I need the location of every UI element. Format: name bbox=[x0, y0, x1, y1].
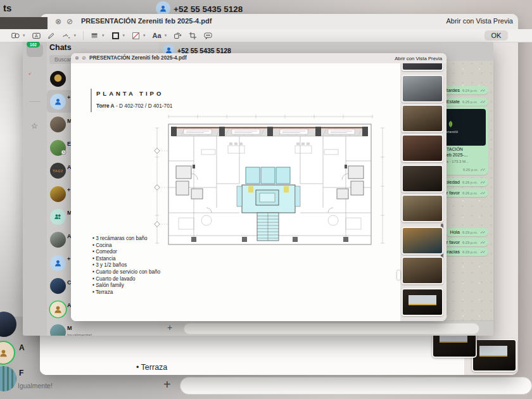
message-bubble[interactable]: l Estate6:25 p.m.✓✓ bbox=[440, 98, 488, 106]
markup-titlebar: ⊗ ⊘ PRESENTACIÓN Zereniti feb 2025-4.pdf… bbox=[48, 14, 518, 29]
line-weight-icon bbox=[91, 32, 99, 40]
chevron-down-icon: ▾ bbox=[123, 33, 125, 38]
page-thumbnail[interactable] bbox=[402, 165, 443, 193]
amenity-bullet: • Estancia bbox=[92, 256, 160, 263]
chevron-down-icon: ▾ bbox=[102, 33, 104, 38]
message-bubble[interactable]: r favor6:29 p.m.✓✓ bbox=[443, 238, 488, 246]
thumbnail-sidebar bbox=[400, 63, 446, 321]
pdf-page: PLANTA TIPO Torre A - D 402-702 / D 401-… bbox=[71, 63, 400, 321]
chat-name[interactable]: F bbox=[19, 369, 23, 377]
star-icon[interactable]: ☆ bbox=[31, 122, 38, 130]
page-thumbnail[interactable] bbox=[402, 104, 443, 132]
person-icon bbox=[54, 259, 62, 267]
open-with-preview-button[interactable]: Abrir con Vista Previa bbox=[446, 17, 513, 25]
pdf-bullet-terraza: • Terraza bbox=[136, 363, 167, 372]
page-thumbnail[interactable] bbox=[402, 288, 443, 316]
message-text: r favor bbox=[446, 239, 460, 245]
avatar bbox=[50, 186, 66, 202]
back-chats-title: ts bbox=[3, 3, 11, 13]
amenity-bullet: • Comedor bbox=[92, 249, 160, 256]
message-time: 6:29 p.m. bbox=[462, 241, 478, 244]
read-receipt-icon: ✓✓ bbox=[480, 180, 484, 185]
annotate-icon bbox=[204, 32, 212, 40]
prohibit-icon[interactable]: ⊘ bbox=[66, 14, 73, 29]
page-thumbnail[interactable] bbox=[402, 227, 443, 255]
message-input[interactable] bbox=[180, 377, 532, 395]
read-receipt-icon: ✓✓ bbox=[480, 191, 484, 196]
message-input[interactable] bbox=[184, 323, 479, 334]
avatar bbox=[50, 117, 66, 132]
read-receipt-icon: ✓✓ bbox=[480, 230, 484, 235]
message-bubble[interactable]: piedad6:26 p.m.✓✓ bbox=[441, 178, 488, 186]
avatar[interactable] bbox=[0, 366, 16, 391]
ok-button[interactable]: OK bbox=[484, 30, 508, 41]
amenity-bullet: • 3 y 1/2 baños bbox=[92, 262, 160, 269]
scroll-indicator[interactable] bbox=[397, 270, 400, 280]
avatar bbox=[50, 71, 66, 87]
tower-label: Torre A bbox=[96, 103, 115, 109]
message-bubble[interactable]: tardes6:24 p.m.✓✓ bbox=[443, 86, 488, 94]
signature-icon bbox=[63, 32, 71, 40]
text-style-tool[interactable]: Aa bbox=[153, 32, 162, 39]
message-bubble[interactable]: Hola6:29 p.m.✓✓ bbox=[446, 228, 488, 236]
page-thumbnail[interactable] bbox=[402, 256, 443, 284]
avatar bbox=[50, 255, 66, 271]
avatar bbox=[50, 209, 66, 225]
read-receipt-icon: ✓✓ bbox=[480, 88, 484, 93]
open-with-preview-button[interactable]: Abrir con Vista Previa bbox=[395, 56, 442, 61]
message-time: 6:24 p.m. bbox=[462, 89, 478, 92]
fill-color-tool[interactable] bbox=[132, 32, 140, 40]
amenity-bullet: • Cuarto de lavado bbox=[92, 276, 160, 283]
rotate-tool[interactable] bbox=[174, 32, 182, 40]
annotate-tool[interactable] bbox=[204, 32, 212, 40]
crop-tool[interactable] bbox=[189, 32, 197, 40]
message-bubble[interactable]: Gracias6:29 p.m.✓✓ bbox=[440, 248, 488, 256]
avatar bbox=[50, 278, 66, 294]
message-time: 6:25 p.m. bbox=[462, 100, 478, 104]
shapes-tool[interactable] bbox=[11, 32, 20, 40]
avatar: TAGZ bbox=[50, 163, 66, 179]
attach-plus-button[interactable]: + bbox=[163, 377, 171, 392]
unit-numbers: - D 402-702 / D 401-701 bbox=[115, 103, 173, 109]
screenshot-stage: ts +52 55 5435 5128 A F Igualmente! + • … bbox=[0, 0, 532, 399]
page-thumbnail[interactable] bbox=[402, 134, 443, 162]
message-time: 6:29 p.m. bbox=[462, 231, 478, 234]
message-text: piedad bbox=[445, 179, 460, 185]
message-time: 6:26 p.m. bbox=[463, 168, 478, 172]
close-window-icon[interactable]: ⊗ bbox=[55, 14, 61, 29]
line-weight-tool[interactable] bbox=[91, 32, 99, 40]
chat-list-item[interactable]: MIgualmente! bbox=[47, 320, 158, 336]
window-gap-shadow bbox=[0, 17, 48, 29]
close-window-icon[interactable]: ⊗ bbox=[75, 53, 79, 63]
leaf-icon bbox=[446, 121, 455, 128]
read-receipt-icon: ✓✓ bbox=[480, 240, 484, 245]
border-color-tool[interactable] bbox=[111, 32, 120, 40]
page-thumbnail[interactable] bbox=[402, 63, 443, 71]
draw-tool[interactable] bbox=[48, 32, 56, 40]
amenity-bullet: • Terraza bbox=[92, 289, 160, 296]
page-thumbnail[interactable] bbox=[402, 75, 443, 103]
page-thumbnail[interactable] bbox=[472, 339, 517, 372]
svg-text:A: A bbox=[35, 33, 38, 37]
avatar bbox=[50, 94, 66, 110]
text-style-icon: Aa bbox=[153, 32, 162, 39]
unread-badge: 102 bbox=[27, 42, 40, 48]
textbox-tool[interactable]: A bbox=[32, 32, 41, 40]
prohibit-icon[interactable]: ⊘ bbox=[82, 53, 86, 63]
signature-tool[interactable] bbox=[63, 32, 71, 40]
chat-name[interactable]: A bbox=[19, 343, 25, 352]
attach-plus-button[interactable]: + bbox=[167, 322, 172, 332]
amenity-bullet: • Cocina bbox=[92, 243, 160, 250]
message-text: r favor bbox=[446, 190, 460, 196]
amenity-bullet: • Cuarto de servicio con baño bbox=[92, 269, 160, 276]
amenity-bullet: • Salón family bbox=[92, 282, 160, 289]
group-icon bbox=[54, 213, 62, 221]
person-icon bbox=[159, 4, 167, 13]
captured-screenshot-scene: 102 ↙ ☆ Chats Buscar +METAGZA+MA+CAMIgua… bbox=[23, 42, 493, 336]
fill-color-icon bbox=[132, 32, 140, 40]
toolbar-divider bbox=[83, 31, 84, 40]
amenity-bullet: • 3 recámaras con baño bbox=[92, 236, 160, 243]
message-bubble[interactable]: r favor6:26 p.m.✓✓ bbox=[443, 189, 488, 197]
page-thumbnail[interactable] bbox=[402, 194, 443, 222]
avatar-status-ring[interactable] bbox=[0, 342, 14, 364]
